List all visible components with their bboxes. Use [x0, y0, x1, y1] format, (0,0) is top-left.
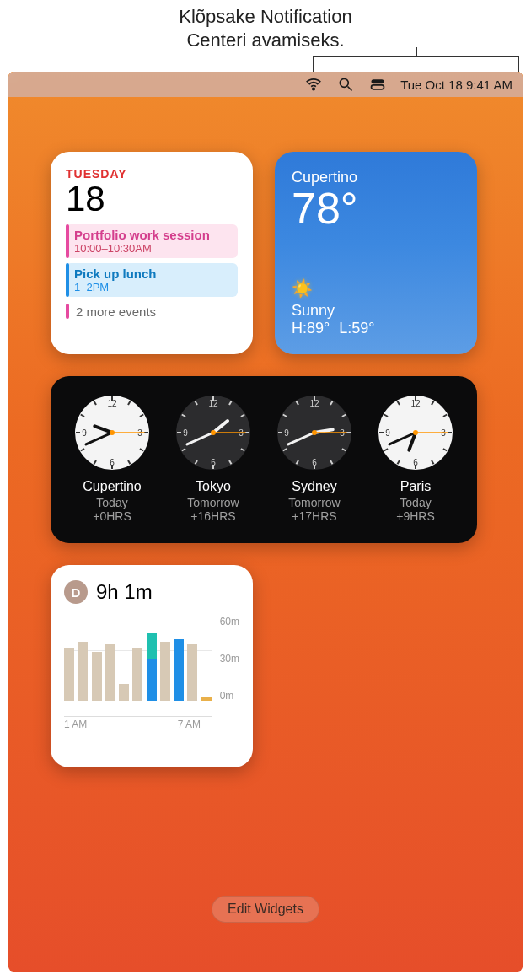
world-clock-offset: +9HRS — [369, 509, 462, 523]
calendar-event-title: Pick up lunch — [74, 267, 231, 281]
calendar-event-time: 1–2PM — [74, 281, 231, 293]
world-clock-item: 12369 Sydney Tomorrow +17HRS — [268, 395, 361, 523]
annotation-line2: Centeri avamiseks. — [0, 29, 531, 52]
svg-text:6: 6 — [312, 458, 317, 467]
svg-text:9: 9 — [385, 428, 390, 438]
screentime-bar — [174, 639, 184, 701]
weather-widget[interactable]: Cupertino 78° ☀️ Sunny H:89° L:59° — [275, 152, 477, 354]
screentime-bar — [147, 633, 157, 701]
axis-label: 60m — [220, 616, 239, 627]
annotation-line1: Klõpsake Notification — [179, 6, 351, 27]
spotlight-icon[interactable] — [336, 75, 355, 94]
screentime-x-axis: 1 AM 7 AM — [64, 719, 201, 730]
world-clock-city: Tokyo — [167, 479, 260, 494]
screentime-bar — [78, 642, 88, 701]
world-clock-item: 12369 Cupertino Today +0HRS — [66, 395, 158, 523]
clock-face-icon: 12369 — [74, 395, 150, 471]
calendar-more-events: 2 more events — [66, 304, 238, 319]
calendar-event-time: 10:00–10:30AM — [74, 242, 231, 255]
world-clock-city: Cupertino — [66, 479, 158, 494]
weather-temperature: 78° — [292, 186, 460, 230]
world-clock-item: 12369 Paris Today +9HRS — [369, 395, 462, 523]
weather-high: H:89° — [292, 320, 330, 337]
svg-point-1 — [340, 78, 348, 87]
wifi-icon[interactable] — [304, 75, 323, 94]
screentime-bar — [160, 642, 170, 701]
weather-low: L:59° — [339, 320, 374, 337]
world-clock-day: Tomorrow — [167, 496, 260, 509]
calendar-more-text: 2 more events — [76, 304, 156, 319]
control-center-icon[interactable] — [368, 75, 387, 94]
screentime-bar — [187, 644, 197, 701]
calendar-event: Pick up lunch 1–2PM — [66, 263, 238, 297]
axis-label: 1 AM — [64, 719, 87, 730]
svg-text:12: 12 — [309, 399, 319, 408]
calendar-more-bar-icon — [66, 304, 69, 319]
svg-rect-3 — [372, 79, 384, 83]
svg-point-0 — [313, 88, 314, 89]
weather-high-low: H:89° L:59° — [292, 320, 460, 337]
svg-text:12: 12 — [410, 399, 421, 408]
clock-face-icon: 12369 — [175, 395, 251, 471]
clock-face-icon: 12369 — [276, 395, 352, 471]
calendar-event: Portfolio work session 10:00–10:30AM — [66, 224, 238, 258]
world-clock-offset: +16HRS — [167, 509, 260, 523]
screentime-bar — [132, 648, 142, 701]
svg-text:12: 12 — [208, 399, 218, 408]
menubar-datetime[interactable]: Tue Oct 18 9:41 AM — [400, 78, 512, 92]
screentime-bar — [92, 652, 102, 701]
world-clock-city: Sydney — [268, 479, 361, 494]
edit-widgets-button[interactable]: Edit Widgets — [212, 896, 319, 923]
weather-condition: Sunny — [292, 302, 460, 320]
svg-point-46 — [211, 430, 216, 435]
svg-line-2 — [348, 87, 352, 91]
world-clock-offset: +0HRS — [66, 509, 158, 523]
world-clock-day: Today — [369, 496, 462, 509]
svg-text:9: 9 — [183, 428, 188, 438]
sun-icon: ☀️ — [292, 278, 460, 299]
axis-label: 30m — [220, 653, 239, 665]
svg-text:6: 6 — [211, 458, 216, 467]
screentime-widget[interactable]: D 9h 1m 60m 30m 0m 1 AM 7 AM — [51, 565, 253, 767]
screentime-chart: 60m 30m 0m — [64, 616, 239, 717]
desktop: Tue Oct 18 9:41 AM TUESDAY 18 Portfolio … — [8, 72, 523, 972]
clock-face-icon: 12369 — [378, 395, 453, 471]
calendar-event-title: Portfolio work session — [74, 228, 231, 242]
help-annotation: Klõpsake Notification Centeri avamiseks. — [0, 5, 531, 51]
notification-center-widgets: TUESDAY 18 Portfolio work session 10:00–… — [51, 152, 480, 767]
screentime-y-axis: 60m 30m 0m — [220, 616, 239, 717]
calendar-day-number: 18 — [66, 179, 238, 219]
world-clock-day: Tomorrow — [268, 496, 361, 509]
svg-text:9: 9 — [82, 428, 87, 438]
svg-point-88 — [413, 430, 418, 435]
world-clock-day: Today — [66, 496, 158, 509]
annotation-bracket — [313, 56, 519, 73]
svg-text:6: 6 — [110, 458, 115, 467]
world-clock-city: Paris — [369, 479, 462, 494]
svg-rect-4 — [372, 85, 384, 89]
axis-label: 0m — [220, 690, 239, 702]
world-clock-offset: +17HRS — [268, 509, 361, 523]
axis-label: 7 AM — [178, 719, 201, 730]
screentime-bar — [201, 697, 212, 701]
svg-text:12: 12 — [107, 399, 117, 408]
screentime-bar — [119, 684, 129, 701]
world-clock-item: 12369 Tokyo Tomorrow +16HRS — [167, 395, 260, 523]
svg-point-67 — [312, 430, 317, 435]
screentime-bar — [105, 644, 115, 701]
menubar: Tue Oct 18 9:41 AM — [8, 72, 523, 97]
svg-text:6: 6 — [413, 458, 418, 467]
svg-point-25 — [110, 430, 115, 435]
calendar-widget[interactable]: TUESDAY 18 Portfolio work session 10:00–… — [51, 152, 253, 354]
world-clock-widget[interactable]: 12369 Cupertino Today +0HRS 12369 Tokyo … — [51, 376, 477, 543]
svg-text:9: 9 — [284, 428, 289, 438]
screentime-bar — [64, 648, 74, 701]
